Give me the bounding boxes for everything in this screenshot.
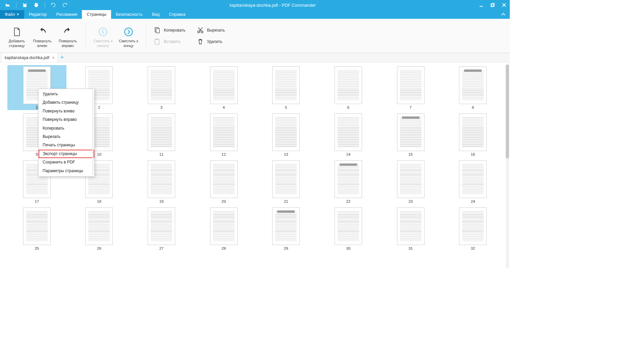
page-preview — [459, 66, 487, 104]
page-preview — [272, 207, 300, 245]
page-number: 6 — [347, 105, 349, 109]
minimize-button[interactable] — [476, 0, 487, 10]
menu-drawing[interactable]: Рисование — [51, 10, 82, 19]
page-number: 15 — [408, 152, 413, 156]
save-button[interactable] — [20, 0, 30, 10]
context-menu-item[interactable]: Повернуть вправо — [39, 115, 94, 124]
context-menu-item[interactable]: Добавить страницу — [39, 98, 94, 107]
rotate-right-button[interactable]: Повернуть вправо — [55, 23, 81, 48]
page-thumbnail[interactable]: 22 — [319, 159, 378, 204]
menu-editor[interactable]: Редактор — [24, 10, 52, 19]
collapse-ribbon-button[interactable] — [497, 10, 510, 19]
page-thumbnail[interactable]: 6 — [319, 65, 378, 110]
arrow-left-circle-icon — [98, 26, 108, 38]
page-preview — [335, 160, 362, 198]
close-tab-icon[interactable]: × — [52, 55, 55, 60]
page-thumbnail[interactable]: 26 — [70, 206, 129, 251]
vertical-scrollbar[interactable] — [506, 64, 509, 268]
page-preview — [459, 207, 487, 245]
page-thumbnail[interactable]: 15 — [381, 112, 440, 157]
add-tab-button[interactable]: + — [58, 54, 66, 61]
shift-to-end-button[interactable]: Сместить к концу — [116, 23, 141, 48]
page-number: 28 — [221, 246, 226, 250]
menu-view[interactable]: Вид — [147, 10, 164, 19]
page-thumbnail[interactable]: 4 — [194, 65, 253, 110]
page-number: 25 — [35, 246, 39, 250]
page-thumbnail[interactable]: 20 — [194, 159, 253, 204]
page-thumbnail[interactable]: 3 — [132, 65, 191, 110]
page-thumbnail[interactable]: 13 — [257, 112, 316, 157]
undo-button[interactable] — [48, 0, 58, 10]
page-thumbnail[interactable]: 14 — [319, 112, 378, 157]
page-thumbnail[interactable]: 28 — [194, 206, 253, 251]
cut-button[interactable]: Вырезать — [194, 26, 228, 35]
page-thumbnail[interactable]: 21 — [257, 159, 316, 204]
menu-bar: Файл ▼ Редактор Рисование Страницы Безоп… — [0, 10, 510, 19]
menu-help[interactable]: Справка — [164, 10, 190, 19]
context-menu-item[interactable]: Сохранить в PDF — [39, 158, 94, 166]
separator — [45, 2, 45, 8]
rotate-left-button[interactable]: Повернуть влево — [30, 23, 55, 48]
page-preview — [85, 207, 113, 245]
context-menu-item[interactable]: Удалить — [39, 90, 94, 98]
page-thumbnail[interactable]: 24 — [443, 159, 502, 204]
page-thumbnail[interactable]: 7 — [381, 65, 440, 110]
page-thumbnail[interactable]: 32 — [443, 206, 502, 251]
svg-rect-8 — [156, 29, 159, 33]
page-thumbnail[interactable]: 30 — [319, 206, 378, 251]
svg-rect-2 — [492, 3, 494, 6]
workspace: 1234567891011121314151617181920212223242… — [0, 62, 510, 271]
menu-security[interactable]: Безопасность — [111, 10, 147, 19]
page-number: 8 — [472, 105, 474, 109]
quick-access-toolbar — [0, 0, 70, 10]
context-menu-item[interactable]: Копировать — [39, 124, 94, 133]
page-number: 17 — [35, 199, 39, 203]
page-number: 7 — [409, 105, 411, 109]
document-tab[interactable]: kapitanskaya-dochka.pdf × — [2, 53, 58, 62]
scrollbar-handle[interactable] — [506, 64, 509, 158]
maximize-button[interactable] — [487, 0, 498, 10]
page-number: 14 — [346, 152, 351, 156]
page-thumbnail[interactable]: 5 — [257, 65, 316, 110]
redo-button[interactable] — [60, 0, 70, 10]
menu-pages[interactable]: Страницы — [82, 10, 111, 19]
cut-label: Вырезать — [207, 28, 225, 33]
close-button[interactable] — [498, 0, 510, 10]
page-thumbnail[interactable]: 27 — [132, 206, 191, 251]
menu-file[interactable]: Файл ▼ — [0, 10, 24, 19]
ribbon-group-pages: Добавить страницу Повернуть влево Поверн… — [4, 23, 81, 48]
rotate-left-icon — [38, 26, 47, 38]
open-file-button[interactable] — [3, 0, 13, 10]
context-menu-item[interactable]: Экспорт страницы — [39, 150, 94, 158]
shift-to-start-label: Сместить к началу — [94, 39, 113, 48]
page-thumbnail[interactable]: 12 — [194, 112, 253, 157]
arrow-right-circle-icon — [124, 26, 133, 38]
page-number: 27 — [159, 246, 164, 250]
page-thumbnail[interactable]: 16 — [443, 112, 502, 157]
print-button[interactable] — [31, 0, 41, 10]
context-menu-item[interactable]: Параметры страницы — [39, 167, 94, 175]
svg-point-6 — [125, 28, 132, 36]
delete-button[interactable]: Удалить — [194, 37, 228, 46]
page-thumbnail[interactable]: 23 — [381, 159, 440, 204]
page-thumbnail[interactable]: 29 — [257, 206, 316, 251]
page-preview — [335, 207, 362, 245]
context-menu-item[interactable]: Печать страницы — [39, 141, 94, 149]
page-number: 11 — [159, 152, 164, 156]
page-number: 18 — [97, 199, 101, 203]
page-number: 9 — [36, 152, 38, 156]
page-thumbnail[interactable]: 31 — [381, 206, 440, 251]
page-preview — [210, 66, 238, 104]
page-thumbnail[interactable]: 8 — [443, 65, 502, 110]
scrollbar-track — [506, 64, 509, 268]
add-page-button[interactable]: Добавить страницу — [4, 23, 30, 48]
context-menu-item[interactable]: Повернуть влево — [39, 107, 94, 115]
context-menu-item[interactable]: Вырезать — [39, 133, 94, 141]
page-thumbnail[interactable]: 19 — [132, 159, 191, 204]
svg-rect-9 — [155, 39, 159, 44]
copy-button[interactable]: Копировать — [151, 26, 188, 35]
page-thumbnail[interactable]: 25 — [7, 206, 66, 251]
page-number: 32 — [471, 246, 475, 250]
page-thumbnail[interactable]: 11 — [132, 112, 191, 157]
page-preview — [459, 113, 487, 151]
